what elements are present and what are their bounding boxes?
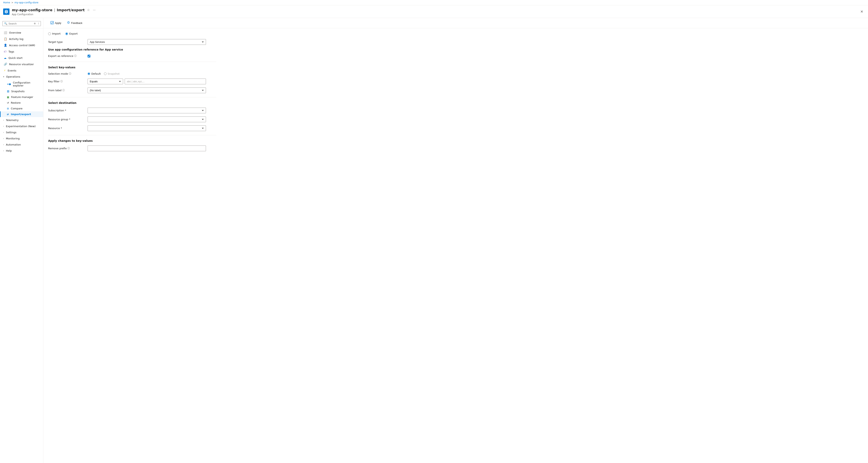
default-mode-radio[interactable] bbox=[88, 73, 90, 75]
selection-mode-label: Selection mode ⓘ bbox=[48, 72, 88, 76]
target-type-control: App Services Azure App Configuration bbox=[88, 39, 206, 45]
selection-mode-info-icon: ⓘ bbox=[69, 72, 71, 76]
sidebar-item-label: Events bbox=[8, 69, 17, 72]
resource-group-select[interactable] bbox=[88, 116, 206, 122]
sidebar-item-feature-manager[interactable]: ▦ Feature manager bbox=[0, 94, 43, 100]
key-filter-select[interactable]: Equals Starts with bbox=[88, 79, 123, 84]
target-type-select[interactable]: App Services Azure App Configuration bbox=[88, 39, 206, 45]
import-label: Import bbox=[52, 32, 61, 35]
remove-prefix-info-icon: ⓘ bbox=[67, 147, 70, 150]
import-radio-label[interactable]: Import bbox=[48, 32, 61, 35]
export-as-reference-info-icon: ⓘ bbox=[74, 54, 76, 58]
sidebar-item-resource-visualizer[interactable]: 🔗 Resource visualizer bbox=[0, 61, 43, 67]
key-filter-row: Key filter ⓘ Equals Starts with bbox=[48, 79, 216, 84]
app-service-section-title: Use app configuration reference for App … bbox=[48, 48, 216, 51]
close-button[interactable]: ✕ bbox=[859, 9, 865, 15]
remove-prefix-control bbox=[88, 146, 206, 151]
remove-prefix-input[interactable] bbox=[88, 146, 206, 151]
breadcrumb-home[interactable]: Home bbox=[3, 1, 10, 4]
apply-button[interactable]: Apply bbox=[48, 20, 64, 26]
export-radio[interactable] bbox=[65, 32, 68, 35]
sidebar-search-area: 🔍 ⚙ 《 bbox=[0, 20, 43, 28]
sidebar-sub-item-label: Feature manager bbox=[11, 95, 33, 98]
export-as-reference-checkbox[interactable] bbox=[88, 55, 90, 57]
sidebar-sub-item-label: Configuration explorer bbox=[13, 81, 40, 87]
chevron-right-icon: › bbox=[3, 119, 4, 121]
subscription-select[interactable] bbox=[88, 108, 206, 113]
sidebar-item-access-control[interactable]: 👤 Access control (IAM) bbox=[0, 42, 43, 48]
sidebar-item-restore[interactable]: ↺ Restore bbox=[0, 100, 43, 106]
sidebar-item-overview[interactable]: ⬜ Overview bbox=[0, 29, 43, 36]
export-radio-label[interactable]: Export bbox=[65, 32, 78, 35]
sidebar-item-quick-start[interactable]: ☁ Quick start bbox=[0, 55, 43, 61]
export-as-reference-checkbox-label[interactable] bbox=[88, 55, 206, 57]
chevron-right-icon: › bbox=[3, 144, 4, 146]
toolbar: Apply Feedback bbox=[43, 18, 868, 28]
chevron-right-icon: › bbox=[3, 138, 4, 140]
sidebar-sub-item-label: Compare bbox=[11, 107, 23, 110]
sidebar-group-experimentation[interactable]: › Experimentation (New) bbox=[0, 123, 43, 129]
resource-group-label: Resource group * bbox=[48, 118, 88, 121]
snapshot-mode-text: Snapshot bbox=[108, 72, 120, 75]
app-config-icon bbox=[3, 8, 9, 15]
activity-icon: 📋 bbox=[4, 37, 7, 40]
config-explorer-icon: ≡● bbox=[7, 83, 11, 86]
feedback-label: Feedback bbox=[71, 22, 83, 25]
default-mode-label[interactable]: Default bbox=[88, 72, 101, 75]
selection-mode-options: Default Snapshot bbox=[88, 72, 206, 75]
sidebar-item-configuration-explorer[interactable]: ≡● Configuration explorer bbox=[0, 80, 43, 88]
select-key-values-title: Select key-values bbox=[48, 66, 216, 69]
more-options-button[interactable]: ··· bbox=[92, 7, 96, 12]
sidebar-item-snapshots[interactable]: 🖼 Snapshots bbox=[0, 88, 43, 94]
iam-icon: 👤 bbox=[4, 44, 7, 47]
snapshot-mode-label[interactable]: Snapshot bbox=[104, 72, 120, 75]
breadcrumb-current[interactable]: my-app-config-store bbox=[14, 1, 38, 4]
breadcrumb: Home > my-app-config-store bbox=[0, 0, 868, 5]
from-label-info-icon: ⓘ bbox=[62, 89, 65, 92]
sidebar-group-label: Automation bbox=[6, 143, 21, 146]
default-mode-text: Default bbox=[91, 72, 101, 75]
sidebar-group-monitoring[interactable]: › Monitoring bbox=[0, 136, 43, 142]
key-filter-control: Equals Starts with bbox=[88, 79, 206, 84]
key-filter-input[interactable] bbox=[125, 79, 206, 84]
feedback-button[interactable]: Feedback bbox=[64, 20, 85, 26]
resource-select[interactable] bbox=[88, 125, 206, 131]
sidebar-item-tags[interactable]: 🏷 Tags bbox=[0, 48, 43, 55]
sidebar-group-settings[interactable]: › Settings bbox=[0, 129, 43, 136]
favorite-button[interactable]: ☆ bbox=[86, 7, 91, 12]
collapse-icon[interactable]: 《 bbox=[37, 22, 39, 25]
chevron-right-icon: › bbox=[3, 150, 4, 152]
page-header: my-app-config-store | Import/export ☆ ··… bbox=[0, 5, 868, 18]
sidebar-group-telemetry[interactable]: › Telemetry bbox=[0, 117, 43, 123]
sidebar-group-label: Monitoring bbox=[6, 137, 20, 140]
subscription-label: Subscription * bbox=[48, 109, 88, 112]
sidebar-group-help[interactable]: › Help bbox=[0, 148, 43, 154]
sidebar-item-compare[interactable]: ⊞ Compare bbox=[0, 106, 43, 111]
resource-name: my-app-config-store bbox=[12, 8, 53, 12]
sidebar-sub-item-label: Import/export bbox=[11, 113, 31, 116]
apply-label: Apply bbox=[55, 22, 61, 25]
feedback-icon bbox=[67, 21, 70, 25]
search-input[interactable] bbox=[8, 22, 33, 25]
overview-icon: ⬜ bbox=[4, 31, 7, 34]
sidebar-item-label: Overview bbox=[9, 31, 21, 34]
sidebar-item-label: Quick start bbox=[8, 56, 23, 59]
sidebar-item-activity-log[interactable]: 📋 Activity log bbox=[0, 36, 43, 42]
sidebar-item-events[interactable]: ⚡ Events bbox=[0, 67, 43, 74]
snapshot-mode-radio[interactable] bbox=[104, 73, 106, 75]
sidebar-item-import-export[interactable]: ⇄ Import/export bbox=[0, 111, 43, 117]
compare-icon: ⊞ bbox=[7, 107, 9, 110]
sidebar-item-label: Tags bbox=[8, 50, 14, 53]
from-label-row: From label ⓘ (No label) bbox=[48, 87, 216, 93]
section-divider-3 bbox=[48, 135, 216, 135]
sidebar-group-automation[interactable]: › Automation bbox=[0, 142, 43, 148]
search-box-container: 🔍 ⚙ 《 bbox=[2, 21, 41, 26]
from-label-select[interactable]: (No label) bbox=[88, 87, 206, 93]
from-label-label: From label ⓘ bbox=[48, 89, 88, 92]
sidebar-group-operations[interactable]: ▾ Operations bbox=[0, 74, 43, 80]
sidebar-sub-item-label: Snapshots bbox=[11, 90, 25, 93]
settings-icon[interactable]: ⚙ bbox=[34, 22, 36, 25]
sidebar-group-label: Help bbox=[6, 149, 12, 152]
import-radio[interactable] bbox=[48, 32, 51, 35]
export-label: Export bbox=[69, 32, 78, 35]
